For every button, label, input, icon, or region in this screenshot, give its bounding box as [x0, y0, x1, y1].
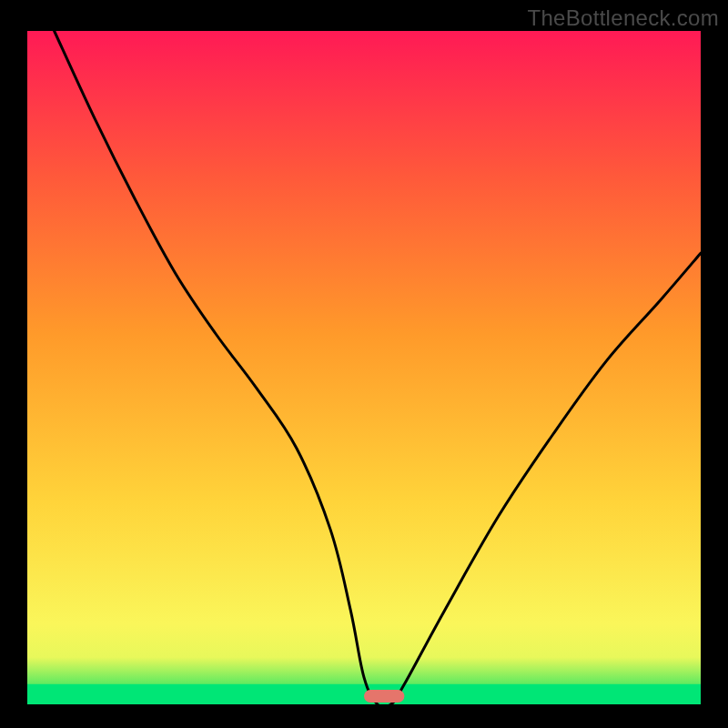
bottleneck-chart	[0, 0, 728, 728]
bottleneck-marker	[364, 690, 404, 703]
green-zone	[27, 684, 701, 704]
chart-frame: TheBottleneck.com	[0, 0, 728, 728]
frame-right	[701, 0, 728, 728]
watermark-text: TheBottleneck.com	[527, 5, 719, 31]
frame-bottom	[0, 704, 728, 728]
frame-left	[0, 0, 27, 728]
